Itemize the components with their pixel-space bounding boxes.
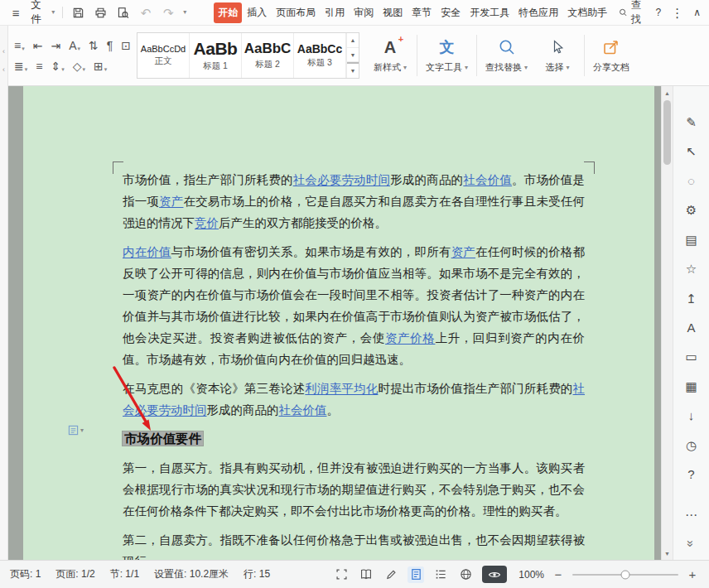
tab-references[interactable]: 引用	[321, 2, 349, 23]
paragraph-layout-icon[interactable]: ▾	[68, 425, 84, 436]
eye-protection-button[interactable]	[482, 566, 507, 583]
outline-view-icon[interactable]	[432, 566, 449, 583]
collapse-toolbar-icon[interactable]: »	[682, 535, 702, 553]
collapse-ribbon-icon[interactable]: ∧	[693, 7, 701, 18]
file-menu-button[interactable]: 文件 ▾	[31, 0, 55, 27]
gallery-down-icon[interactable]: ▼	[347, 48, 359, 63]
navigation-pane-icon[interactable]: ▤	[682, 230, 702, 248]
numbered-list-icon[interactable]: ≣▾	[14, 60, 27, 72]
find-replace-button[interactable]: 查找替换▾	[480, 30, 533, 81]
share-document-button[interactable]: 分享文档	[587, 30, 635, 81]
style-item-normal[interactable]: AaBbCcDd 正文	[137, 33, 190, 78]
text-direction-icon[interactable]: A▾	[69, 40, 80, 51]
redo-dropdown-icon[interactable]: ▾	[183, 9, 186, 16]
hyperlink[interactable]: 社会价值	[279, 403, 327, 417]
gallery-more-icon[interactable]: ▼	[347, 62, 359, 78]
redo-button[interactable]: ↷	[161, 4, 176, 21]
status-section[interactable]: 节: 1/1	[110, 567, 139, 581]
vertical-scrollbar[interactable]: ▲ ▼	[661, 86, 673, 560]
zoom-slider[interactable]	[572, 574, 678, 576]
font-tool-icon[interactable]: A	[682, 318, 702, 336]
hyperlink[interactable]: 利润率平均化	[305, 382, 378, 395]
tab-dev-tools[interactable]: 开发工具	[465, 2, 514, 23]
save-button[interactable]	[70, 4, 85, 21]
document-canvas[interactable]: ▾ 市场价值，指生产部门所耗费的社会必要劳动时间形成的商品的社会价值。市场价值是…	[8, 86, 661, 560]
zoom-slider-handle[interactable]	[621, 570, 630, 579]
style-item-heading3[interactable]: AaBbCc 标题 3	[294, 33, 346, 78]
status-setting-value[interactable]: 设置值: 10.2厘米	[154, 567, 229, 581]
hyperlink[interactable]: 资产	[451, 245, 475, 258]
tab-security[interactable]: 安全	[436, 2, 465, 23]
sort-icon[interactable]: ⇅	[89, 40, 99, 51]
borders-icon[interactable]: ⊞▾	[94, 60, 107, 72]
favorites-icon[interactable]: ☆	[682, 259, 702, 277]
help-button[interactable]: ?	[656, 7, 662, 18]
align-justify-icon[interactable]: ≡	[36, 60, 42, 72]
style-item-heading2[interactable]: AaBbC 标题 2	[242, 33, 294, 78]
hyperlink[interactable]: 社会必要劳动时间	[293, 173, 391, 186]
tab-view[interactable]: 视图	[379, 2, 407, 23]
page-view-icon[interactable]	[408, 566, 424, 583]
comment-icon[interactable]: ▭	[682, 348, 702, 366]
read-mode-icon[interactable]	[358, 566, 374, 583]
indent-increase-icon[interactable]: ⇥	[51, 40, 60, 51]
divider	[417, 35, 417, 76]
bullet-list-icon[interactable]: ≡▾	[14, 40, 25, 51]
status-line-number[interactable]: 行: 15	[244, 567, 270, 581]
annotate-pen-icon[interactable]: ✎	[682, 113, 702, 131]
hyperlink[interactable]: 社会价值	[463, 173, 512, 186]
new-style-icon: A+	[384, 37, 396, 57]
zoom-in-button[interactable]: +	[686, 568, 699, 581]
hyperlink[interactable]: 资产	[159, 195, 183, 208]
more-menu-icon[interactable]: ⋮	[671, 7, 683, 19]
tab-review[interactable]: 审阅	[350, 2, 378, 23]
text-tool-button[interactable]: 文 文字工具▾	[420, 30, 474, 81]
pane-collapse-icon[interactable]: ‹	[2, 47, 5, 55]
line-spacing-icon[interactable]: ⇕▾	[51, 60, 64, 72]
scroll-down-icon[interactable]: ▼	[662, 547, 673, 559]
task-pane-collapse-strip[interactable]: ‹ ‹	[0, 26, 8, 560]
gallery-up-icon[interactable]: ▲	[347, 33, 359, 48]
show-marks-icon[interactable]: ¶	[107, 40, 113, 51]
pane-collapse-icon[interactable]: ‹	[2, 65, 5, 74]
tab-insert[interactable]: 插入	[243, 2, 271, 23]
image-icon[interactable]: ▦	[682, 377, 702, 395]
zoom-level[interactable]: 100%	[518, 569, 544, 581]
hyperlink[interactable]: 竞价	[195, 216, 219, 229]
print-preview-button[interactable]	[116, 4, 131, 21]
status-page-count[interactable]: 页面: 1/2	[55, 567, 94, 581]
write-mode-icon[interactable]	[383, 566, 399, 583]
tab-section[interactable]: 章节	[408, 2, 436, 23]
properties-icon[interactable]: ⚙	[682, 200, 702, 219]
scrollbar-thumb[interactable]	[663, 100, 671, 165]
help-icon[interactable]: ?	[682, 465, 702, 484]
tab-home[interactable]: 开始	[214, 2, 242, 23]
tab-doc-assistant[interactable]: 文档助手	[563, 2, 611, 23]
download-icon[interactable]: ↓	[682, 407, 702, 425]
shading-icon[interactable]: ◇▾	[73, 60, 85, 72]
lasso-icon[interactable]: ◌	[682, 171, 702, 190]
search-button[interactable]: 查找	[619, 0, 645, 27]
status-page-number[interactable]: 页码: 1	[10, 567, 41, 581]
hamburger-menu-icon[interactable]: ≡	[8, 4, 23, 21]
zoom-out-button[interactable]: −	[552, 568, 565, 581]
web-view-icon[interactable]	[457, 566, 474, 583]
undo-button[interactable]: ↶	[138, 4, 153, 21]
history-icon[interactable]: ◷	[682, 436, 702, 454]
new-style-button[interactable]: A+ 新样式▾	[366, 30, 414, 81]
select-button[interactable]: 选择▾	[533, 30, 581, 81]
scroll-up-icon[interactable]: ▲	[662, 87, 673, 99]
page-setup-launcher-icon[interactable]: ⊡	[121, 40, 131, 51]
document-page[interactable]: ▾ 市场价值，指生产部门所耗费的社会必要劳动时间形成的商品的社会价值。市场价值是…	[23, 86, 654, 560]
hyperlink[interactable]: 内在价值	[123, 245, 171, 258]
tab-page-layout[interactable]: 页面布局	[272, 2, 320, 23]
select-tool-icon[interactable]: ↖	[682, 142, 702, 160]
tab-special-features[interactable]: 特色应用	[514, 2, 562, 23]
print-button[interactable]	[93, 4, 108, 21]
fullscreen-icon[interactable]	[333, 566, 350, 583]
hyperlink[interactable]: 资产价格	[385, 331, 435, 345]
indent-decrease-icon[interactable]: ⇤	[33, 40, 43, 51]
more-tools-icon[interactable]: ⋯	[682, 505, 702, 523]
export-icon[interactable]: ↥	[682, 289, 702, 307]
style-item-heading1[interactable]: AaBb 标题 1	[190, 33, 242, 78]
